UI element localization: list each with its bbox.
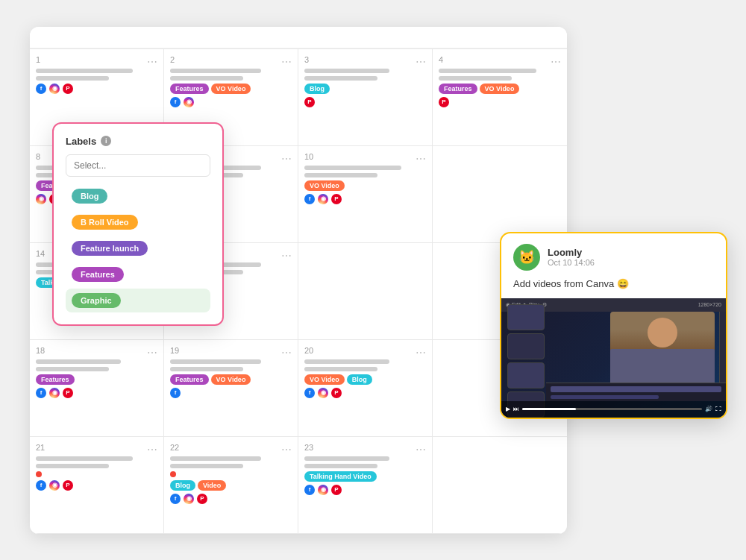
cal-cell-20[interactable]: 20 ⋯ VO Video Blog f ◉ P	[298, 340, 433, 437]
pinterest-icon: P	[331, 388, 342, 398]
cal-tags: Talking Hand Video	[304, 471, 426, 482]
tag-blog: Blog	[304, 84, 330, 94]
cal-cell-3[interactable]: 3 ⋯ Blog P	[298, 49, 433, 146]
cell-menu-dots[interactable]: ⋯	[281, 56, 292, 68]
fullscreen-icon[interactable]: ⛶	[715, 406, 721, 412]
cal-bar	[304, 76, 377, 81]
cell-num: 21	[36, 443, 45, 452]
facebook-icon: f	[36, 480, 46, 491]
tag-blog: Blog	[170, 480, 195, 491]
cal-bar	[304, 69, 389, 73]
social-icons: f ◉ P	[170, 494, 292, 504]
cal-bar	[439, 76, 512, 81]
cal-cell-22[interactable]: 22 ⋯ Blog Video f ◉ P	[164, 437, 298, 534]
label-option-feature-launch[interactable]: Feature launch	[66, 236, 210, 260]
instagram-icon: ◉	[49, 388, 60, 398]
cell-menu-dots[interactable]: ⋯	[147, 444, 157, 456]
cell-num: 23	[304, 443, 313, 452]
cal-bar	[304, 464, 377, 468]
tag-blog: Blog	[347, 374, 372, 385]
cell-menu-dots[interactable]: ⋯	[147, 56, 157, 68]
social-icons: f ◉ P	[36, 388, 157, 398]
cell-menu-dots[interactable]: ⋯	[281, 347, 292, 359]
facebook-icon: f	[36, 388, 46, 398]
social-icons: f	[170, 388, 292, 398]
social-icons: f ◉ P	[304, 388, 426, 398]
cell-num: 22	[170, 443, 179, 452]
cal-cell-empty-5	[433, 437, 567, 534]
info-icon: i	[101, 136, 111, 146]
cal-bar	[170, 359, 261, 364]
cal-bar	[36, 359, 121, 364]
day-col-4	[427, 34, 555, 40]
cal-bar	[304, 173, 377, 177]
label-broll: B Roll Video	[72, 215, 138, 230]
cal-cell-4[interactable]: 4 ⋯ Features VO Video P	[433, 49, 567, 146]
cal-cell-21[interactable]: 21 ⋯ f ◉ P	[30, 437, 164, 534]
cal-bar	[170, 464, 243, 468]
cal-bar	[170, 456, 261, 461]
cell-num: 1	[36, 55, 40, 64]
calendar-header-row	[42, 34, 555, 40]
label-option-features[interactable]: Features	[66, 262, 210, 286]
pinterest-icon: P	[63, 84, 73, 94]
cal-bar	[304, 166, 401, 170]
labels-search-input[interactable]	[66, 154, 210, 177]
play-icon[interactable]: ▶	[506, 406, 510, 412]
cal-bar	[36, 464, 109, 468]
instagram-icon: ◉	[184, 494, 194, 504]
cell-menu-dots[interactable]: ⋯	[416, 153, 426, 165]
cal-cell-empty-1	[433, 146, 567, 243]
pinterest-icon: P	[63, 480, 73, 491]
cell-menu-dots[interactable]: ⋯	[281, 153, 292, 165]
skip-icon[interactable]: ⏭	[513, 406, 519, 412]
label-option-broll[interactable]: B Roll Video	[66, 210, 210, 234]
notif-video[interactable]: ◉ Edit ▶ Play ⚙ 1280×720	[501, 298, 726, 418]
instagram-icon: ◉	[318, 485, 328, 495]
cell-num: 10	[304, 152, 313, 161]
cell-menu-dots[interactable]: ⋯	[416, 56, 426, 68]
cal-cell-19[interactable]: 19 ⋯ Features VO Video f	[164, 340, 298, 437]
notif-info: Loomly Oct 10 14:06	[548, 247, 595, 267]
calendar-header	[30, 27, 567, 48]
cell-menu-dots[interactable]: ⋯	[281, 444, 292, 456]
cal-cell-23[interactable]: 23 ⋯ Talking Hand Video f ◉ P	[298, 437, 433, 534]
instagram-icon: ◉	[49, 480, 60, 491]
cal-bar	[304, 359, 389, 364]
facebook-icon: f	[304, 194, 315, 204]
cal-tags: Features VO Video	[170, 84, 292, 94]
cell-menu-dots[interactable]: ⋯	[551, 56, 561, 68]
cell-num: 2	[170, 55, 175, 64]
label-option-blog[interactable]: Blog	[66, 184, 210, 208]
facebook-icon: f	[304, 388, 315, 398]
social-icons: f ◉ P	[36, 480, 157, 491]
cell-num: 20	[304, 346, 313, 355]
cell-num: 8	[36, 152, 40, 161]
cal-tags: Blog	[304, 84, 426, 94]
pinterest-icon: P	[439, 97, 449, 107]
tag-features: Features	[170, 84, 209, 94]
instagram-icon: ◉	[49, 84, 60, 94]
tag-features: Features	[439, 84, 477, 94]
cal-cell-18[interactable]: 18 ⋯ Features f ◉ P	[30, 340, 164, 437]
video-controls: ▶ ⏭ 🔊 ⛶	[501, 401, 726, 418]
labels-heading: Labels	[66, 136, 96, 147]
volume-icon[interactable]: 🔊	[705, 406, 712, 412]
cell-menu-dots[interactable]: ⋯	[281, 250, 292, 262]
cal-cell-10[interactable]: 10 ⋯ VO Video f ◉ P	[298, 146, 433, 243]
instagram-icon: ◉	[36, 194, 46, 204]
cell-menu-dots[interactable]: ⋯	[416, 444, 426, 456]
cell-menu-dots[interactable]: ⋯	[416, 347, 426, 359]
tag-vo-video: VO Video	[304, 180, 345, 191]
labels-dropdown[interactable]: Labels i Blog B Roll Video Feature launc…	[52, 122, 224, 326]
tag-vo-video: VO Video	[211, 374, 251, 385]
instagram-icon: ◉	[184, 97, 194, 107]
tag-vo-video: VO Video	[304, 374, 345, 385]
cell-num: 3	[304, 55, 309, 64]
cell-menu-dots[interactable]: ⋯	[147, 347, 157, 359]
social-icons: f ◉	[170, 97, 292, 107]
label-option-graphic[interactable]: Graphic	[66, 289, 210, 312]
labels-title: Labels i	[66, 136, 210, 147]
tag-talking-hand: Talking Hand Video	[304, 471, 377, 482]
cal-bar	[36, 456, 133, 461]
